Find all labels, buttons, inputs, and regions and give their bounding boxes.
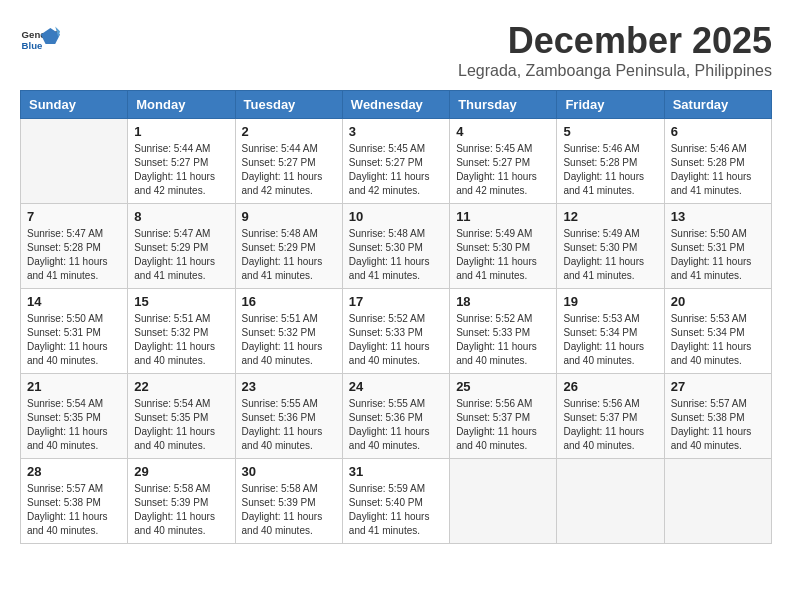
day-number: 16 <box>242 294 336 309</box>
day-number: 13 <box>671 209 765 224</box>
day-info: Sunrise: 5:59 AMSunset: 5:40 PMDaylight:… <box>349 482 443 538</box>
day-number: 29 <box>134 464 228 479</box>
logo: General Blue <box>20 20 64 60</box>
day-info: Sunrise: 5:44 AMSunset: 5:27 PMDaylight:… <box>134 142 228 198</box>
calendar-cell: 24Sunrise: 5:55 AMSunset: 5:36 PMDayligh… <box>342 374 449 459</box>
calendar-cell: 7Sunrise: 5:47 AMSunset: 5:28 PMDaylight… <box>21 204 128 289</box>
day-info: Sunrise: 5:53 AMSunset: 5:34 PMDaylight:… <box>563 312 657 368</box>
calendar-cell: 4Sunrise: 5:45 AMSunset: 5:27 PMDaylight… <box>450 119 557 204</box>
day-info: Sunrise: 5:57 AMSunset: 5:38 PMDaylight:… <box>671 397 765 453</box>
day-info: Sunrise: 5:55 AMSunset: 5:36 PMDaylight:… <box>349 397 443 453</box>
day-info: Sunrise: 5:51 AMSunset: 5:32 PMDaylight:… <box>134 312 228 368</box>
day-number: 22 <box>134 379 228 394</box>
day-info: Sunrise: 5:50 AMSunset: 5:31 PMDaylight:… <box>27 312 121 368</box>
calendar-cell: 29Sunrise: 5:58 AMSunset: 5:39 PMDayligh… <box>128 459 235 544</box>
calendar-cell: 2Sunrise: 5:44 AMSunset: 5:27 PMDaylight… <box>235 119 342 204</box>
calendar-cell: 21Sunrise: 5:54 AMSunset: 5:35 PMDayligh… <box>21 374 128 459</box>
calendar-cell <box>664 459 771 544</box>
day-number: 21 <box>27 379 121 394</box>
day-number: 26 <box>563 379 657 394</box>
day-info: Sunrise: 5:55 AMSunset: 5:36 PMDaylight:… <box>242 397 336 453</box>
day-info: Sunrise: 5:48 AMSunset: 5:30 PMDaylight:… <box>349 227 443 283</box>
calendar-table: SundayMondayTuesdayWednesdayThursdayFrid… <box>20 90 772 544</box>
calendar-cell: 10Sunrise: 5:48 AMSunset: 5:30 PMDayligh… <box>342 204 449 289</box>
day-number: 30 <box>242 464 336 479</box>
day-number: 20 <box>671 294 765 309</box>
day-number: 1 <box>134 124 228 139</box>
calendar-cell: 20Sunrise: 5:53 AMSunset: 5:34 PMDayligh… <box>664 289 771 374</box>
day-number: 7 <box>27 209 121 224</box>
day-info: Sunrise: 5:58 AMSunset: 5:39 PMDaylight:… <box>134 482 228 538</box>
location-subtitle: Legrada, Zamboanga Peninsula, Philippine… <box>458 62 772 80</box>
day-number: 19 <box>563 294 657 309</box>
day-info: Sunrise: 5:49 AMSunset: 5:30 PMDaylight:… <box>456 227 550 283</box>
day-header-sunday: Sunday <box>21 91 128 119</box>
calendar-cell <box>557 459 664 544</box>
day-info: Sunrise: 5:46 AMSunset: 5:28 PMDaylight:… <box>563 142 657 198</box>
day-number: 18 <box>456 294 550 309</box>
calendar-cell <box>21 119 128 204</box>
day-number: 10 <box>349 209 443 224</box>
day-number: 9 <box>242 209 336 224</box>
day-info: Sunrise: 5:45 AMSunset: 5:27 PMDaylight:… <box>456 142 550 198</box>
day-number: 15 <box>134 294 228 309</box>
calendar-cell: 6Sunrise: 5:46 AMSunset: 5:28 PMDaylight… <box>664 119 771 204</box>
day-header-saturday: Saturday <box>664 91 771 119</box>
day-info: Sunrise: 5:47 AMSunset: 5:28 PMDaylight:… <box>27 227 121 283</box>
calendar-cell: 13Sunrise: 5:50 AMSunset: 5:31 PMDayligh… <box>664 204 771 289</box>
day-number: 17 <box>349 294 443 309</box>
day-info: Sunrise: 5:47 AMSunset: 5:29 PMDaylight:… <box>134 227 228 283</box>
day-number: 12 <box>563 209 657 224</box>
title-area: December 2025 Legrada, Zamboanga Peninsu… <box>458 20 772 80</box>
day-number: 23 <box>242 379 336 394</box>
day-number: 25 <box>456 379 550 394</box>
day-info: Sunrise: 5:52 AMSunset: 5:33 PMDaylight:… <box>349 312 443 368</box>
calendar-cell: 16Sunrise: 5:51 AMSunset: 5:32 PMDayligh… <box>235 289 342 374</box>
day-info: Sunrise: 5:45 AMSunset: 5:27 PMDaylight:… <box>349 142 443 198</box>
day-info: Sunrise: 5:58 AMSunset: 5:39 PMDaylight:… <box>242 482 336 538</box>
day-info: Sunrise: 5:48 AMSunset: 5:29 PMDaylight:… <box>242 227 336 283</box>
svg-text:Blue: Blue <box>22 40 43 51</box>
day-number: 5 <box>563 124 657 139</box>
month-title: December 2025 <box>458 20 772 62</box>
day-header-wednesday: Wednesday <box>342 91 449 119</box>
calendar-header-row: SundayMondayTuesdayWednesdayThursdayFrid… <box>21 91 772 119</box>
day-number: 3 <box>349 124 443 139</box>
calendar-week-row: 21Sunrise: 5:54 AMSunset: 5:35 PMDayligh… <box>21 374 772 459</box>
calendar-cell: 27Sunrise: 5:57 AMSunset: 5:38 PMDayligh… <box>664 374 771 459</box>
day-info: Sunrise: 5:46 AMSunset: 5:28 PMDaylight:… <box>671 142 765 198</box>
calendar-week-row: 14Sunrise: 5:50 AMSunset: 5:31 PMDayligh… <box>21 289 772 374</box>
day-number: 31 <box>349 464 443 479</box>
calendar-cell: 28Sunrise: 5:57 AMSunset: 5:38 PMDayligh… <box>21 459 128 544</box>
calendar-cell: 30Sunrise: 5:58 AMSunset: 5:39 PMDayligh… <box>235 459 342 544</box>
day-info: Sunrise: 5:56 AMSunset: 5:37 PMDaylight:… <box>563 397 657 453</box>
day-info: Sunrise: 5:54 AMSunset: 5:35 PMDaylight:… <box>27 397 121 453</box>
day-number: 2 <box>242 124 336 139</box>
day-number: 6 <box>671 124 765 139</box>
calendar-cell: 19Sunrise: 5:53 AMSunset: 5:34 PMDayligh… <box>557 289 664 374</box>
day-number: 14 <box>27 294 121 309</box>
calendar-cell: 11Sunrise: 5:49 AMSunset: 5:30 PMDayligh… <box>450 204 557 289</box>
day-header-monday: Monday <box>128 91 235 119</box>
calendar-week-row: 1Sunrise: 5:44 AMSunset: 5:27 PMDaylight… <box>21 119 772 204</box>
calendar-cell: 15Sunrise: 5:51 AMSunset: 5:32 PMDayligh… <box>128 289 235 374</box>
day-info: Sunrise: 5:56 AMSunset: 5:37 PMDaylight:… <box>456 397 550 453</box>
calendar-week-row: 28Sunrise: 5:57 AMSunset: 5:38 PMDayligh… <box>21 459 772 544</box>
calendar-cell: 9Sunrise: 5:48 AMSunset: 5:29 PMDaylight… <box>235 204 342 289</box>
day-info: Sunrise: 5:52 AMSunset: 5:33 PMDaylight:… <box>456 312 550 368</box>
calendar-cell: 12Sunrise: 5:49 AMSunset: 5:30 PMDayligh… <box>557 204 664 289</box>
calendar-cell: 1Sunrise: 5:44 AMSunset: 5:27 PMDaylight… <box>128 119 235 204</box>
calendar-cell: 5Sunrise: 5:46 AMSunset: 5:28 PMDaylight… <box>557 119 664 204</box>
day-number: 4 <box>456 124 550 139</box>
day-number: 28 <box>27 464 121 479</box>
day-info: Sunrise: 5:53 AMSunset: 5:34 PMDaylight:… <box>671 312 765 368</box>
day-info: Sunrise: 5:51 AMSunset: 5:32 PMDaylight:… <box>242 312 336 368</box>
day-number: 11 <box>456 209 550 224</box>
calendar-week-row: 7Sunrise: 5:47 AMSunset: 5:28 PMDaylight… <box>21 204 772 289</box>
day-number: 8 <box>134 209 228 224</box>
page-header: General Blue December 2025 Legrada, Zamb… <box>20 20 772 80</box>
day-header-friday: Friday <box>557 91 664 119</box>
day-number: 24 <box>349 379 443 394</box>
day-info: Sunrise: 5:50 AMSunset: 5:31 PMDaylight:… <box>671 227 765 283</box>
calendar-cell: 31Sunrise: 5:59 AMSunset: 5:40 PMDayligh… <box>342 459 449 544</box>
